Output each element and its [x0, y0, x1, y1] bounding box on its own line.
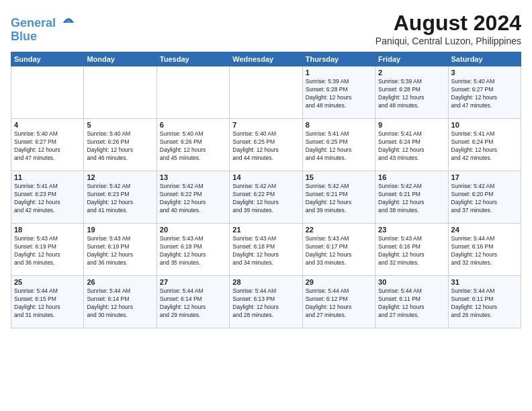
- cell-info: and 44 minutes.: [232, 154, 299, 163]
- day-number: 17: [451, 173, 518, 181]
- calendar-cell: 26Sunrise: 5:44 AMSunset: 6:14 PMDayligh…: [84, 276, 157, 328]
- cell-info: and 42 minutes.: [451, 154, 518, 163]
- day-number: 16: [378, 173, 445, 181]
- cell-info: Sunrise: 5:41 AM: [306, 130, 372, 138]
- cell-info: and 39 minutes.: [232, 207, 299, 215]
- day-number: 24: [451, 226, 518, 234]
- cell-info: and 46 minutes.: [87, 154, 153, 163]
- cell-info: Sunset: 6:22 PM: [232, 191, 299, 199]
- cell-info: and 28 minutes.: [232, 312, 299, 320]
- cell-info: Daylight: 12 hours: [378, 251, 445, 259]
- calendar-cell: [230, 66, 302, 119]
- cell-info: Sunrise: 5:39 AM: [306, 78, 372, 86]
- day-number: 26: [87, 278, 153, 286]
- title-area: August 2024 Paniqui, Central Luzon, Phil…: [375, 11, 521, 46]
- cell-info: Sunrise: 5:40 AM: [160, 130, 226, 138]
- cell-info: Daylight: 12 hours: [14, 146, 81, 154]
- calendar-cell: 30Sunrise: 5:44 AMSunset: 6:11 PMDayligh…: [375, 276, 448, 328]
- day-number: 7: [232, 121, 299, 129]
- cell-info: Sunrise: 5:40 AM: [87, 130, 153, 138]
- cell-info: Daylight: 12 hours: [160, 199, 226, 207]
- cell-info: Sunset: 6:17 PM: [306, 243, 372, 251]
- calendar-cell: 11Sunrise: 5:41 AMSunset: 6:23 PMDayligh…: [11, 171, 84, 224]
- cell-info: Daylight: 12 hours: [306, 199, 372, 207]
- cell-info: and 36 minutes.: [14, 259, 81, 267]
- calendar-cell: 16Sunrise: 5:42 AMSunset: 6:21 PMDayligh…: [375, 171, 448, 224]
- cell-info: and 34 minutes.: [232, 259, 299, 267]
- cell-info: Sunrise: 5:42 AM: [160, 183, 226, 191]
- cell-info: Sunrise: 5:43 AM: [87, 235, 153, 243]
- cell-info: Sunset: 6:28 PM: [306, 86, 372, 94]
- week-row-5: 25Sunrise: 5:44 AMSunset: 6:15 PMDayligh…: [11, 276, 521, 328]
- cell-info: Sunset: 6:13 PM: [232, 295, 299, 304]
- day-number: 13: [160, 173, 226, 181]
- cell-info: Daylight: 12 hours: [451, 199, 518, 207]
- cell-info: Sunrise: 5:43 AM: [160, 235, 226, 243]
- calendar-cell: 29Sunrise: 5:44 AMSunset: 6:12 PMDayligh…: [302, 276, 375, 328]
- cell-info: Sunrise: 5:42 AM: [87, 183, 153, 191]
- cell-info: Sunset: 6:19 PM: [87, 243, 153, 251]
- cell-info: Daylight: 12 hours: [160, 304, 226, 312]
- day-number: 27: [160, 278, 226, 286]
- calendar-cell: 9Sunrise: 5:41 AMSunset: 6:24 PMDaylight…: [375, 119, 448, 171]
- cell-info: and 48 minutes.: [306, 102, 372, 110]
- cell-info: Sunset: 6:21 PM: [378, 191, 445, 199]
- cell-info: Sunset: 6:11 PM: [451, 295, 518, 304]
- day-number: 28: [232, 278, 299, 286]
- cell-info: Daylight: 12 hours: [306, 251, 372, 259]
- cell-info: Daylight: 12 hours: [232, 199, 299, 207]
- cell-info: Sunset: 6:27 PM: [451, 86, 518, 94]
- cell-info: Daylight: 12 hours: [160, 146, 226, 154]
- day-number: 11: [14, 173, 81, 181]
- calendar-cell: 6Sunrise: 5:40 AMSunset: 6:26 PMDaylight…: [157, 119, 229, 171]
- cell-info: Sunset: 6:14 PM: [160, 295, 226, 304]
- calendar-cell: 4Sunrise: 5:40 AMSunset: 6:27 PMDaylight…: [11, 119, 84, 171]
- calendar-cell: [157, 66, 229, 119]
- day-number: 8: [306, 121, 372, 129]
- cell-info: and 43 minutes.: [378, 154, 445, 163]
- cell-info: Sunrise: 5:44 AM: [306, 287, 372, 295]
- calendar-cell: 18Sunrise: 5:43 AMSunset: 6:19 PMDayligh…: [11, 224, 84, 276]
- cell-info: and 36 minutes.: [87, 259, 153, 267]
- logo-icon: [60, 11, 77, 27]
- cell-info: Sunset: 6:26 PM: [160, 138, 226, 146]
- cell-info: Daylight: 12 hours: [451, 146, 518, 154]
- cell-info: Daylight: 12 hours: [451, 304, 518, 312]
- cell-info: Sunset: 6:18 PM: [160, 243, 226, 251]
- week-row-2: 4Sunrise: 5:40 AMSunset: 6:27 PMDaylight…: [11, 119, 521, 171]
- header-cell-tuesday: Tuesday: [157, 52, 229, 66]
- header-cell-friday: Friday: [375, 52, 448, 66]
- day-number: 15: [306, 173, 372, 181]
- header-cell-monday: Monday: [84, 52, 157, 66]
- day-number: 14: [232, 173, 299, 181]
- cell-info: Daylight: 12 hours: [160, 251, 226, 259]
- cell-info: and 44 minutes.: [306, 154, 372, 163]
- calendar-body: 1Sunrise: 5:39 AMSunset: 6:28 PMDaylight…: [11, 66, 521, 328]
- calendar-cell: 13Sunrise: 5:42 AMSunset: 6:22 PMDayligh…: [157, 171, 229, 224]
- cell-info: Sunset: 6:12 PM: [306, 295, 372, 304]
- cell-info: Sunrise: 5:43 AM: [232, 235, 299, 243]
- calendar-header: SundayMondayTuesdayWednesdayThursdayFrid…: [11, 52, 521, 66]
- cell-info: Sunset: 6:21 PM: [306, 191, 372, 199]
- day-number: 18: [14, 226, 81, 234]
- calendar-cell: 21Sunrise: 5:43 AMSunset: 6:18 PMDayligh…: [230, 224, 302, 276]
- calendar-cell: 25Sunrise: 5:44 AMSunset: 6:15 PMDayligh…: [11, 276, 84, 328]
- calendar-cell: 19Sunrise: 5:43 AMSunset: 6:19 PMDayligh…: [84, 224, 157, 276]
- cell-info: Daylight: 12 hours: [232, 304, 299, 312]
- logo-general: General: [11, 16, 56, 30]
- cell-info: Sunrise: 5:41 AM: [378, 130, 445, 138]
- cell-info: and 32 minutes.: [451, 259, 518, 267]
- day-number: 29: [306, 278, 372, 286]
- cell-info: Daylight: 12 hours: [87, 304, 153, 312]
- cell-info: Daylight: 12 hours: [14, 199, 81, 207]
- cell-info: Sunset: 6:20 PM: [451, 191, 518, 199]
- header-cell-sunday: Sunday: [11, 52, 84, 66]
- calendar-cell: 10Sunrise: 5:41 AMSunset: 6:24 PMDayligh…: [448, 119, 521, 171]
- cell-info: Sunrise: 5:42 AM: [451, 183, 518, 191]
- cell-info: Daylight: 12 hours: [306, 146, 372, 154]
- cell-info: Daylight: 12 hours: [378, 304, 445, 312]
- cell-info: Daylight: 12 hours: [378, 146, 445, 154]
- cell-info: Sunrise: 5:43 AM: [378, 235, 445, 243]
- calendar-cell: 23Sunrise: 5:43 AMSunset: 6:16 PMDayligh…: [375, 224, 448, 276]
- day-number: 1: [306, 68, 372, 77]
